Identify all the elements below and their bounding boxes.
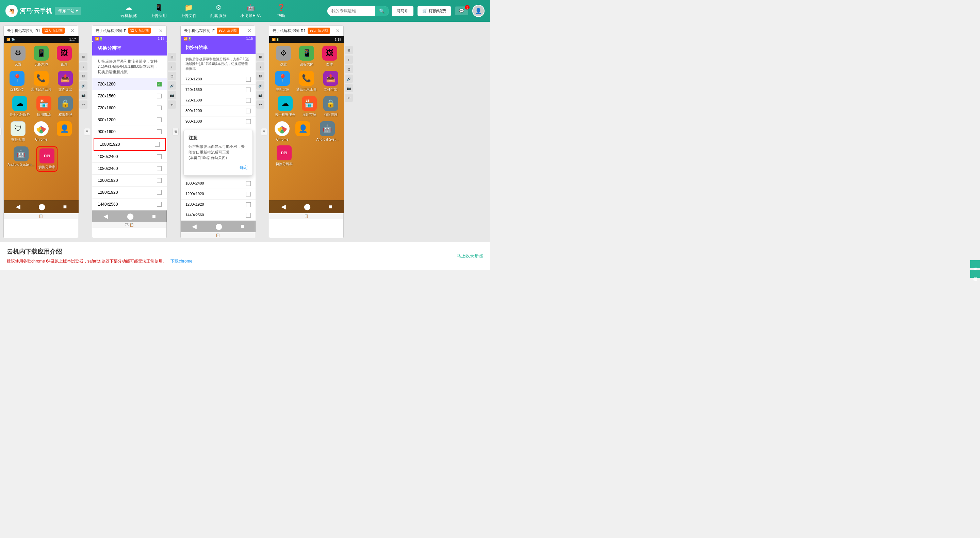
res-item-900x1600[interactable]: 900x1600 [92, 126, 167, 138]
res-item-720x1280[interactable]: 720x1280 ✓ [92, 78, 167, 90]
app-4-contacts[interactable]: 📞 通话记录工具 [296, 71, 317, 92]
side-btn-4f[interactable]: ↩ [345, 94, 353, 102]
home-btn-2[interactable]: ⬤ [127, 212, 134, 220]
side-btn-3f[interactable]: ↩ [256, 101, 264, 109]
res-item-3-720x1560[interactable]: 720x1560 [181, 85, 256, 95]
recent-btn[interactable]: ■ [63, 203, 67, 211]
message-button[interactable]: 💬 3 [455, 6, 468, 15]
app-4-person[interactable]: 👤 [295, 121, 310, 141]
user-avatar[interactable]: 👤 [472, 5, 485, 17]
side-btn-3e[interactable]: 📷 [256, 91, 264, 99]
res-item-720x1600[interactable]: 720x1600 [92, 102, 167, 114]
app-4-gallery[interactable]: 🖼 图库 [322, 46, 337, 67]
recent-btn-2[interactable]: ■ [152, 212, 156, 220]
side-btn-2f[interactable]: ↩ [168, 101, 176, 109]
nav-upload-app[interactable]: 📱 上传应用 [143, 1, 173, 21]
back-btn-3[interactable]: ◀ [192, 223, 197, 230]
side-btn-2a[interactable]: ⊞ [168, 53, 176, 61]
app-4-android[interactable]: 🤖 Android Syst... [316, 121, 338, 141]
app-cloud-upgrade[interactable]: ☁ 云手机升服务 [10, 96, 30, 117]
res-item-3-720x1280[interactable]: 720x1280 [181, 74, 256, 85]
app-market[interactable]: 🏪 应用市场 [37, 96, 51, 117]
side-btn-1a[interactable]: ⊞ [79, 53, 88, 61]
nav-cloud-preview[interactable]: ☁ 云机预览 [114, 1, 143, 21]
back-btn-2[interactable]: ◀ [103, 212, 108, 220]
back-btn[interactable]: ◀ [16, 203, 21, 211]
res-item-1080x2460[interactable]: 1080x2460 [92, 163, 167, 175]
side-btn-1c[interactable]: ⊡ [79, 72, 88, 80]
panel-1-close[interactable]: ✕ [70, 28, 75, 34]
side-btn-1d[interactable]: 🔊 [79, 81, 88, 89]
search-button[interactable]: 🔍 [375, 6, 389, 16]
res-item-1200x1920[interactable]: 1200x1920 [92, 175, 167, 187]
side-btn-4e[interactable]: 📷 [345, 84, 353, 92]
app-4-location[interactable]: 📍 虚拟定位 [275, 71, 290, 92]
res-item-1080x1920[interactable]: 1080x1920 [94, 138, 166, 151]
home-btn[interactable]: ⬤ [38, 203, 45, 211]
res-item-3-800x1200[interactable]: 800x1200 [181, 106, 256, 117]
app-chrome[interactable]: Chrome [34, 121, 49, 142]
res-item-3-900x1600[interactable]: 900x1600 [181, 117, 256, 127]
side-btn-2e[interactable]: 📷 [168, 91, 176, 99]
side-btn-2d[interactable]: 🔊 [168, 81, 176, 89]
nav-help[interactable]: ❓ 帮助 [267, 1, 295, 21]
side-btn-1e[interactable]: 📷 [79, 91, 88, 99]
side-btn-2b[interactable]: ↕ [168, 62, 176, 70]
recent-btn-4[interactable]: ■ [329, 203, 332, 211]
panel-3-close[interactable]: ✕ [247, 28, 251, 34]
home-btn-4[interactable]: ⬤ [304, 203, 311, 211]
res-item-1280x1920[interactable]: 1280x1920 [92, 187, 167, 198]
app-device-master[interactable]: 📱 设备大师 [34, 46, 49, 67]
coin-button[interactable]: 河马币 [392, 6, 414, 16]
app-file-export[interactable]: 📤 文件导出 [58, 71, 73, 92]
res-item-3-1280x1920[interactable]: 1280x1920 [181, 200, 256, 210]
home-btn-3[interactable]: ⬤ [215, 223, 222, 230]
app-4-market[interactable]: 🏪 应用市场 [302, 96, 317, 117]
app-4-device[interactable]: 📱 设备大师 [299, 46, 314, 67]
res-item-800x1200[interactable]: 800x1200 [92, 114, 167, 126]
side-btn-4d[interactable]: 🔊 [345, 75, 353, 83]
order-button[interactable]: 🛒 订购/续费 [417, 6, 451, 16]
side-btn-4a[interactable]: ⊞ [345, 46, 353, 54]
region-button[interactable]: 华东二站 ▾ [55, 7, 81, 15]
side-btn-1f[interactable]: ↩ [79, 101, 88, 109]
app-gallery[interactable]: 🖼 图库 [57, 46, 72, 67]
right-link[interactable]: 马上收录步骤 [457, 253, 483, 259]
app-location[interactable]: 📍 虚拟定位 [10, 71, 24, 92]
recent-btn-3[interactable]: ■ [240, 223, 244, 230]
panel-4-close[interactable]: ✕ [336, 28, 340, 34]
search-input[interactable] [327, 6, 375, 15]
side-btn-3c[interactable]: ⊡ [256, 72, 264, 80]
side-btn-3d[interactable]: 🔊 [256, 81, 264, 89]
res-item-3-1080x2400[interactable]: 1080x2400 [181, 179, 256, 189]
app-guardian[interactable]: 🛡 守护大师 [11, 121, 25, 142]
app-4-dpi[interactable]: DPI 切换分辨率 [275, 145, 293, 166]
app-user[interactable]: 👤 [57, 121, 72, 142]
side-btn-1b[interactable]: ↕ [79, 62, 88, 70]
side-btn-3b[interactable]: ↕ [256, 62, 264, 70]
app-permissions[interactable]: 🔒 权限管理 [58, 96, 73, 117]
app-4-chrome[interactable]: Chrome [275, 121, 290, 141]
res-item-3-720x1600[interactable]: 720x1600 [181, 95, 256, 106]
app-4-cloud[interactable]: ☁ 云手机升服务 [275, 96, 295, 117]
res-item-3-1440x2560[interactable]: 1440x2560 [181, 210, 256, 221]
res-item-3-1200x1920[interactable]: 1200x1920 [181, 189, 256, 200]
app-4-fileexport[interactable]: 📤 文件导出 [323, 71, 338, 92]
res-item-720x1560[interactable]: 720x1560 [92, 90, 167, 102]
download-chrome-link[interactable]: 下载chrome [170, 259, 192, 263]
alert-confirm-btn-3[interactable]: 确定 [240, 165, 248, 171]
back-btn-4[interactable]: ◀ [281, 203, 286, 211]
side-btn-4b[interactable]: ↕ [345, 56, 353, 64]
res-item-1440x2560[interactable]: 1440x2560 [92, 198, 167, 211]
panel-2-close[interactable]: ✕ [159, 28, 163, 34]
nav-rpa[interactable]: 🤖 小飞鼠RPA [234, 1, 267, 21]
side-btn-4c[interactable]: ⊡ [345, 65, 353, 73]
app-settings[interactable]: ⚙ 设置 [11, 46, 25, 67]
side-btn-3a[interactable]: ⊞ [256, 53, 264, 61]
app-4-perm[interactable]: 🔒 权限管理 [323, 96, 338, 117]
app-4-settings[interactable]: ⚙ 设置 [276, 46, 291, 67]
nav-upload-file[interactable]: 📁 上传文件 [173, 1, 204, 21]
side-btn-2c[interactable]: ⊡ [168, 72, 176, 80]
nav-matching[interactable]: ⚙ 配套服务 [204, 1, 234, 21]
app-call-log[interactable]: 📞 通话记录工具 [31, 71, 51, 92]
